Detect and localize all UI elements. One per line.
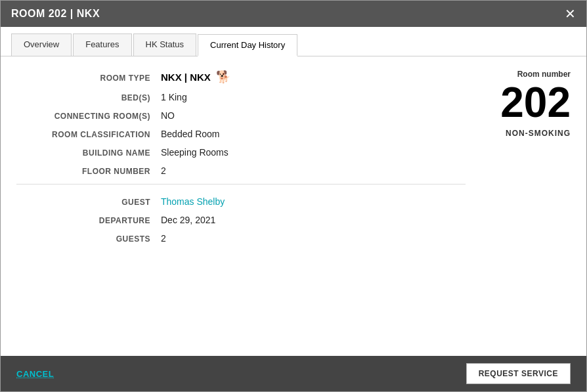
building-row: BUILDING NAME Sleeping Rooms bbox=[16, 147, 466, 158]
beds-label: BED(S) bbox=[16, 93, 161, 102]
room-number-label: Room number bbox=[517, 70, 571, 79]
room-type-value: NKX | NKX 🐕 bbox=[161, 70, 230, 84]
modal-container: ROOM 202 | NKX ✕ Overview Features HK St… bbox=[0, 0, 587, 392]
floor-row: FLOOR NUMBER 2 bbox=[16, 165, 466, 176]
request-service-button[interactable]: REQUEST SERVICE bbox=[466, 363, 571, 384]
left-section: ROOM TYPE NKX | NKX 🐕 BED(S) 1 King CONN… bbox=[16, 70, 466, 343]
room-type-text: NKX | NKX bbox=[161, 72, 211, 83]
beds-value: 1 King bbox=[161, 92, 187, 102]
guest-name[interactable]: Thomas Shelby bbox=[161, 196, 225, 207]
departure-label: DEPARTURE bbox=[16, 216, 161, 225]
smoking-badge: NON-SMOKING bbox=[506, 129, 571, 138]
room-type-label: ROOM TYPE bbox=[16, 74, 161, 83]
tab-overview[interactable]: Overview bbox=[11, 33, 72, 56]
section-divider bbox=[16, 184, 466, 185]
floor-value: 2 bbox=[161, 165, 166, 176]
guests-row: GUESTS 2 bbox=[16, 233, 466, 244]
departure-value: Dec 29, 2021 bbox=[161, 215, 215, 225]
guests-value: 2 bbox=[161, 233, 166, 244]
guests-label: GUESTS bbox=[16, 234, 161, 244]
tab-bar: Overview Features HK Status Current Day … bbox=[1, 27, 586, 56]
modal-footer: CANCEL REQUEST SERVICE bbox=[1, 356, 586, 391]
connecting-value: NO bbox=[161, 110, 175, 121]
pet-icon: 🐕 bbox=[216, 70, 230, 84]
cancel-button[interactable]: CANCEL bbox=[16, 369, 54, 379]
building-label: BUILDING NAME bbox=[16, 148, 161, 158]
floor-label: FLOOR NUMBER bbox=[16, 167, 161, 176]
modal-body: ROOM TYPE NKX | NKX 🐕 BED(S) 1 King CONN… bbox=[1, 56, 586, 356]
tab-features[interactable]: Features bbox=[73, 33, 131, 56]
beds-row: BED(S) 1 King bbox=[16, 92, 466, 102]
modal-title: ROOM 202 | NKX bbox=[11, 8, 100, 20]
modal-header: ROOM 202 | NKX ✕ bbox=[1, 1, 586, 27]
classification-label: ROOM CLASSIFICATION bbox=[16, 130, 161, 139]
tab-current-day-history[interactable]: Current Day History bbox=[198, 34, 297, 56]
tab-hk-status[interactable]: HK Status bbox=[133, 33, 197, 56]
classification-value: Bedded Room bbox=[161, 129, 220, 139]
connecting-row: CONNECTING ROOM(S) NO bbox=[16, 110, 466, 121]
room-number: 202 bbox=[500, 81, 571, 123]
close-button[interactable]: ✕ bbox=[565, 7, 576, 20]
connecting-label: CONNECTING ROOM(S) bbox=[16, 112, 161, 121]
guest-label: GUEST bbox=[16, 198, 161, 207]
classification-row: ROOM CLASSIFICATION Bedded Room bbox=[16, 129, 466, 139]
guest-row: GUEST Thomas Shelby bbox=[16, 196, 466, 207]
departure-row: DEPARTURE Dec 29, 2021 bbox=[16, 215, 466, 225]
room-type-row: ROOM TYPE NKX | NKX 🐕 bbox=[16, 70, 466, 84]
right-section: Room number 202 NON-SMOKING bbox=[466, 70, 571, 343]
building-value: Sleeping Rooms bbox=[161, 147, 228, 158]
